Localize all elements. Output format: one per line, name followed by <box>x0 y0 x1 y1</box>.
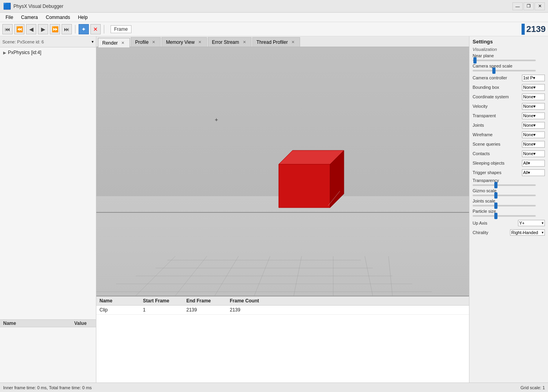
sleeping-objects-dropdown[interactable]: All▾ <box>522 160 545 167</box>
coordinate-system-dropdown[interactable]: None▾ <box>522 94 545 100</box>
joints-scale-thumb[interactable] <box>494 203 497 209</box>
camera-controller-row: Camera controller 1st P▾ <box>473 74 545 82</box>
near-plane-label: Near plane <box>473 53 545 58</box>
wireframe-dropdown[interactable]: None▾ <box>522 131 545 138</box>
record-button[interactable]: ✦ <box>79 24 89 34</box>
props-col-value: Value <box>74 321 86 326</box>
svg-marker-13 <box>279 164 330 208</box>
stop-button[interactable]: ✕ <box>90 24 101 34</box>
up-axis-label: Up Axis <box>473 221 518 225</box>
tree-item-label: PxPhysics [id:4] <box>8 50 41 55</box>
transparency-slider[interactable] <box>473 184 536 186</box>
frame-blue-bar <box>522 24 525 35</box>
app-title: PhysX Visual Debugger <box>13 4 512 9</box>
transparent-value: None▾ <box>523 113 536 118</box>
menubar: File Camera Commands Help <box>0 13 548 22</box>
chirality-dropdown[interactable]: Right-Handed ▾ <box>510 229 545 236</box>
scene-dropdown-arrow[interactable]: ▾ <box>92 39 94 44</box>
close-button[interactable]: ✕ <box>535 2 545 10</box>
menu-commands[interactable]: Commands <box>42 13 74 22</box>
bounding-box-dropdown[interactable]: None▾ <box>522 84 545 91</box>
camera-speed-thumb[interactable] <box>492 68 495 74</box>
tab-memoryview[interactable]: Memory View ✕ <box>161 37 206 47</box>
play-fwd-button[interactable]: ▶ <box>38 24 48 34</box>
transparent-dropdown[interactable]: None▾ <box>522 113 545 119</box>
joints-scale-label: Joints scale <box>473 199 545 203</box>
settings-panel: Settings Visualization Near plane Camera… <box>469 36 548 383</box>
viewport[interactable]: + <box>96 47 469 296</box>
camera-controller-dropdown[interactable]: 1st P▾ <box>522 75 545 81</box>
tab-render[interactable]: Render ✕ <box>98 38 130 47</box>
table-header: Name Start Frame End Frame Frame Count <box>96 296 469 306</box>
joints-scale-slider[interactable] <box>473 205 536 206</box>
gizmo-scale-thumb[interactable] <box>494 192 497 199</box>
up-axis-row: Up Axis Y+ ▾ <box>473 219 545 227</box>
gizmo-scale-slider[interactable] <box>473 195 536 196</box>
up-axis-dropdown[interactable]: Y+ ▾ <box>518 220 545 226</box>
frame-number: 2139 <box>526 24 546 34</box>
toolbar-separator-2 <box>104 25 104 34</box>
tab-threadprofiler-label: Thread Profiler <box>257 39 288 45</box>
up-axis-value: Y+ <box>519 221 525 225</box>
toolbar-separator-1 <box>75 25 75 34</box>
trigger-shapes-value: All▾ <box>523 170 530 175</box>
trigger-shapes-dropdown[interactable]: All▾ <box>522 169 545 176</box>
near-plane-thumb[interactable] <box>473 57 477 64</box>
transparency-thumb[interactable] <box>494 182 497 188</box>
tab-memoryview-close[interactable]: ✕ <box>197 39 203 45</box>
th-name: Name <box>96 298 140 304</box>
gizmo-scale-label: Gizmo scale <box>473 188 545 193</box>
table-row[interactable]: Clip 1 2139 2139 <box>96 306 469 315</box>
particle-size-thumb[interactable] <box>494 213 497 219</box>
scene-queries-dropdown[interactable]: None▾ <box>522 141 545 148</box>
sleeping-objects-row: Sleeping objects All▾ <box>473 159 545 167</box>
step-fwd-button[interactable]: ⏩ <box>50 24 60 34</box>
menu-file[interactable]: File <box>2 13 17 22</box>
particle-size-label: Particle size <box>473 209 545 214</box>
td-startframe: 1 <box>140 307 183 313</box>
wireframe-row: Wireframe None▾ <box>473 131 545 139</box>
scene-selector[interactable]: Scene: PxScene id: 6 ▾ <box>0 36 96 47</box>
camera-controller-value: 1st P▾ <box>523 75 535 81</box>
tree-arrow: ▶ <box>3 51 6 55</box>
play-back-button[interactable]: ◀ <box>26 24 36 34</box>
tab-profile-close[interactable]: ✕ <box>151 39 156 45</box>
camera-speed-slider[interactable] <box>473 70 536 71</box>
go-start-button[interactable]: ⏮ <box>2 24 13 34</box>
tab-render-close[interactable]: ✕ <box>120 40 126 46</box>
minimize-button[interactable]: — <box>512 2 523 10</box>
go-end-button[interactable]: ⏭ <box>62 24 72 34</box>
tree-item-pxphysics[interactable]: ▶ PxPhysics [id:4] <box>2 49 94 56</box>
settings-title: Settings <box>473 39 545 45</box>
joints-row: Joints None▾ <box>473 121 545 129</box>
near-plane-slider[interactable] <box>473 60 536 61</box>
particle-size-slider[interactable] <box>473 215 536 217</box>
trigger-shapes-row: Trigger shapes All▾ <box>473 169 545 176</box>
statusbar: Inner frame time: 0 ms, Total frame time… <box>0 383 548 392</box>
th-framecount: Frame Count <box>227 298 469 304</box>
scene-label: Scene: PxScene id: 6 <box>2 39 92 44</box>
step-back-button[interactable]: ⏪ <box>14 24 24 34</box>
transparency-row: Transparency <box>473 178 545 186</box>
tab-threadprofiler-close[interactable]: ✕ <box>290 39 296 45</box>
chirality-row: Chirality Right-Handed ▾ <box>473 229 545 236</box>
velocity-dropdown[interactable]: None▾ <box>522 103 545 110</box>
tab-profile[interactable]: Profile ✕ <box>131 37 161 47</box>
menu-camera[interactable]: Camera <box>17 13 42 22</box>
contacts-dropdown[interactable]: None▾ <box>522 150 545 157</box>
joints-dropdown[interactable]: None▾ <box>522 122 545 129</box>
joints-value: None▾ <box>523 123 536 128</box>
camera-controller-label: Camera controller <box>473 75 522 80</box>
tab-threadprofiler[interactable]: Thread Profiler ✕ <box>252 37 300 47</box>
tab-errorstream-close[interactable]: ✕ <box>242 39 247 45</box>
joints-label: Joints <box>473 123 522 128</box>
restore-button[interactable]: ❐ <box>524 2 534 10</box>
camera-speed-row: Camera speed scale <box>473 64 545 71</box>
coordinate-system-row: Coordinate system None▾ <box>473 93 545 101</box>
tab-render-label: Render <box>102 40 118 46</box>
menu-help[interactable]: Help <box>74 13 92 22</box>
tab-errorstream[interactable]: Error Stream ✕ <box>208 37 251 47</box>
bounding-box-value: None▾ <box>523 85 536 90</box>
contacts-row: Contacts None▾ <box>473 150 545 158</box>
particle-size-row: Particle size <box>473 209 545 217</box>
